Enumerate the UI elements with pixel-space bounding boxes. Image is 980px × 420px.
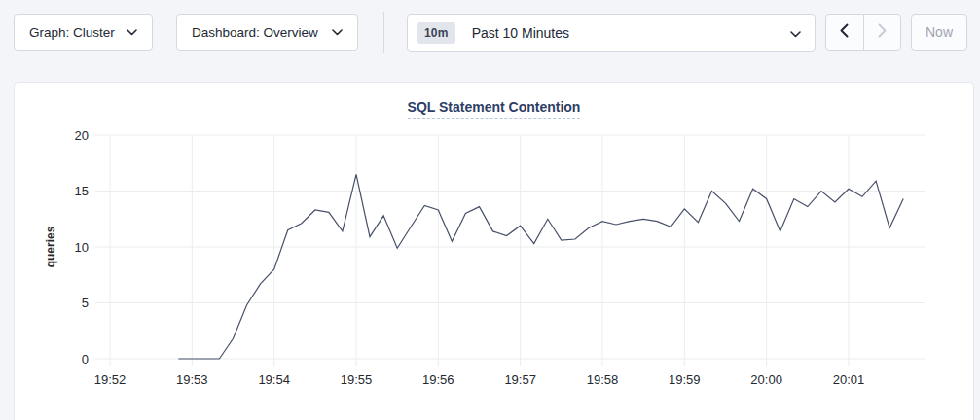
toolbar-divider	[383, 12, 384, 52]
time-range-selector[interactable]: 10m Past 10 Minutes	[407, 14, 816, 52]
graph-dropdown[interactable]: Graph: Cluster	[14, 14, 153, 51]
y-axis-label: queries	[44, 226, 57, 267]
y-tick-label: 15	[75, 184, 89, 198]
time-range-label: Past 10 Minutes	[472, 25, 790, 41]
series-line	[178, 174, 903, 359]
chevron-down-icon	[332, 29, 343, 36]
app-root: { "toolbar": { "graph": { "label": "Grap…	[0, 0, 980, 420]
sql-statement-contention-chart[interactable]: 0510152019:5219:5319:5419:5519:5619:5719…	[15, 83, 973, 420]
chart-title[interactable]: SQL Statement Contention	[408, 99, 581, 119]
x-tick-label: 19:54	[258, 372, 290, 387]
x-tick-label: 19:58	[587, 372, 619, 387]
x-tick-label: 20:00	[750, 372, 782, 387]
next-time-button[interactable]	[863, 15, 901, 50]
chart-title-wrap: SQL Statement Contention	[15, 98, 973, 119]
x-tick-label: 19:57	[504, 372, 536, 387]
graph-dropdown-label: Graph: Cluster	[29, 25, 115, 40]
x-tick-label: 19:53	[176, 372, 208, 387]
x-tick-label: 19:55	[341, 372, 373, 387]
x-tick-label: 19:56	[422, 372, 454, 387]
x-tick-label: 19:59	[669, 372, 701, 387]
now-button[interactable]: Now	[911, 14, 967, 51]
chevron-left-icon	[840, 23, 849, 42]
chevron-right-icon	[878, 23, 887, 42]
y-tick-label: 10	[75, 240, 89, 255]
time-range-badge: 10m	[417, 22, 455, 44]
y-tick-label: 0	[82, 352, 89, 367]
dashboard-dropdown-label: Dashboard: Overview	[192, 25, 318, 40]
chevron-down-icon	[127, 29, 137, 36]
prev-time-button[interactable]	[826, 15, 863, 50]
chart-panel: 0510152019:5219:5319:5419:5519:5619:5719…	[14, 82, 974, 420]
y-tick-label: 20	[75, 128, 89, 143]
x-tick-label: 19:52	[94, 372, 127, 387]
chevron-down-icon	[790, 24, 801, 42]
x-tick-label: 20:01	[833, 372, 865, 387]
time-step-button-group	[825, 14, 901, 51]
y-tick-label: 5	[82, 296, 89, 310]
dashboard-dropdown[interactable]: Dashboard: Overview	[176, 14, 358, 51]
